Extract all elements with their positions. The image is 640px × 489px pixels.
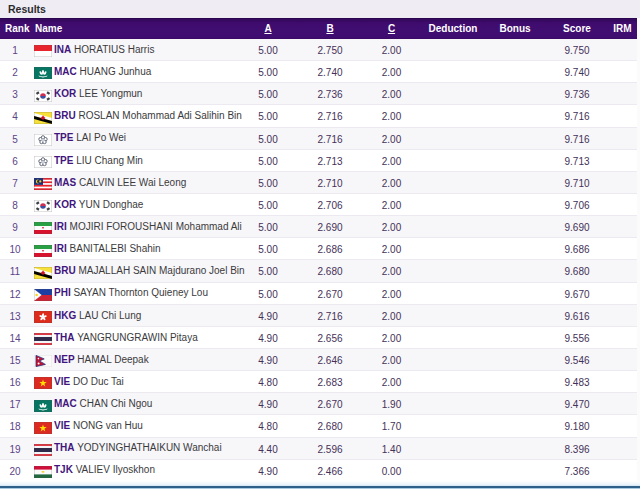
- c-score: 2.00: [361, 61, 422, 83]
- rank-number: 6: [0, 149, 30, 171]
- deduction-value: [422, 393, 484, 415]
- flag-tpe-icon: [34, 134, 52, 146]
- rank-number: 13: [0, 304, 30, 326]
- noc-code: THA: [54, 442, 75, 453]
- athlete-name: LIU Chang Min: [73, 155, 142, 166]
- irm-value: [608, 83, 637, 105]
- rank-number: 19: [0, 437, 30, 459]
- result-row-rank-2: 2MAC HUANG Junhua5.002.7402.009.740: [0, 61, 637, 83]
- irm-value: [608, 415, 637, 437]
- irm-value: [608, 238, 637, 260]
- column-header-deduction: Deduction: [422, 19, 484, 39]
- c-score: 2.00: [361, 193, 422, 215]
- b-score: 2.646: [299, 348, 361, 370]
- deduction-value: [422, 348, 484, 370]
- a-score: 5.00: [237, 39, 299, 61]
- a-score: 4.40: [237, 437, 299, 459]
- rank-number: 3: [0, 83, 30, 105]
- flag-vie-icon: [34, 422, 52, 434]
- result-row-rank-10: 10IRI BANITALEBI Shahin5.002.6862.009.68…: [0, 238, 637, 260]
- deduction-value: [422, 326, 484, 348]
- total-score: 9.690: [546, 216, 608, 238]
- rank-number: 4: [0, 105, 30, 127]
- flag-mac-icon: [34, 400, 52, 412]
- noc-code: IRI: [54, 221, 67, 232]
- a-score: 5.00: [237, 127, 299, 149]
- irm-value: [608, 216, 637, 238]
- athlete-cell: INA HORATIUS Harris: [30, 39, 237, 61]
- athlete-cell: BRU MAJALLAH SAIN Majdurano Joel Bin: [30, 260, 237, 282]
- result-row-rank-8: 8KOR YUN Donghae5.002.7062.009.706: [0, 193, 637, 215]
- bonus-value: [484, 260, 546, 282]
- result-row-rank-17: 17MAC CHAN Chi Ngou4.902.6701.909.470: [0, 393, 637, 415]
- c-score: 1.40: [361, 437, 422, 459]
- athlete-name: VALIEV Ilyoskhon: [73, 464, 155, 475]
- flag-hkg-icon: [34, 311, 52, 323]
- result-row-rank-14: 14THA YANGRUNGRAWIN Pitaya4.902.6562.009…: [0, 326, 637, 348]
- bonus-value: [484, 459, 546, 481]
- b-score: 2.680: [299, 415, 361, 437]
- flag-bru-icon: [34, 112, 52, 124]
- total-score: 9.616: [546, 304, 608, 326]
- total-score: 9.546: [546, 348, 608, 370]
- flag-iri-icon: [34, 245, 52, 257]
- column-header-b[interactable]: B: [299, 19, 361, 39]
- athlete-cell: THA YODYINGHATHAIKUN Wanchai: [30, 437, 237, 459]
- total-score: 9.716: [546, 127, 608, 149]
- b-score: 2.750: [299, 39, 361, 61]
- bottom-edge-bar: [0, 481, 640, 489]
- bonus-value: [484, 149, 546, 171]
- c-score: 2.00: [361, 127, 422, 149]
- total-score: 9.680: [546, 260, 608, 282]
- athlete-name: NONG van Huu: [70, 420, 143, 431]
- total-score: 9.706: [546, 193, 608, 215]
- a-score: 5.00: [237, 61, 299, 83]
- result-row-rank-5: 5TPE LAI Po Wei5.002.7162.009.716: [0, 127, 637, 149]
- deduction-value: [422, 216, 484, 238]
- athlete-cell: HKG LAU Chi Lung: [30, 304, 237, 326]
- bonus-value: [484, 238, 546, 260]
- noc-code: IRI: [54, 243, 67, 254]
- athlete-cell: KOR LEE Yongmun: [30, 83, 237, 105]
- column-header-score: Score: [546, 19, 608, 39]
- b-score: 2.656: [299, 326, 361, 348]
- total-score: 7.366: [546, 459, 608, 481]
- column-header-c[interactable]: C: [361, 19, 422, 39]
- athlete-name: DO Duc Tai: [70, 376, 124, 387]
- flag-tpe-icon: [34, 156, 52, 168]
- bonus-value: [484, 83, 546, 105]
- athlete-name: MOJIRI FOROUSHANI Mohammad Ali: [67, 221, 242, 232]
- noc-code: HKG: [54, 310, 76, 321]
- flag-tha-icon: [34, 333, 52, 345]
- result-row-rank-13: 13HKG LAU Chi Lung4.902.7162.009.616: [0, 304, 637, 326]
- irm-value: [608, 171, 637, 193]
- b-score: 2.670: [299, 393, 361, 415]
- athlete-name: BANITALEBI Shahin: [67, 243, 161, 254]
- total-score: 9.556: [546, 326, 608, 348]
- c-score: 1.90: [361, 393, 422, 415]
- result-row-rank-12: 12PHI SAYAN Thornton Quieney Lou5.002.67…: [0, 282, 637, 304]
- irm-value: [608, 326, 637, 348]
- athlete-name: CALVIN LEE Wai Leong: [76, 177, 186, 188]
- column-header-a[interactable]: A: [237, 19, 299, 39]
- deduction-value: [422, 304, 484, 326]
- athlete-cell: BRU ROSLAN Mohammad Adi Salihin Bin: [30, 105, 237, 127]
- flag-tha-icon: [34, 444, 52, 456]
- bonus-value: [484, 105, 546, 127]
- athlete-cell: KOR YUN Donghae: [30, 193, 237, 215]
- noc-code: VIE: [54, 376, 70, 387]
- a-score: 5.00: [237, 282, 299, 304]
- a-score: 4.90: [237, 304, 299, 326]
- a-score: 5.00: [237, 105, 299, 127]
- rank-number: 8: [0, 193, 30, 215]
- page-title: Results: [8, 3, 46, 15]
- bonus-value: [484, 171, 546, 193]
- a-score: 5.00: [237, 83, 299, 105]
- flag-tjk-icon: [34, 466, 52, 478]
- athlete-name: HAMAL Deepak: [75, 354, 149, 365]
- athlete-name: YUN Donghae: [76, 199, 143, 210]
- b-score: 2.716: [299, 105, 361, 127]
- athlete-name: SAYAN Thornton Quieney Lou: [71, 287, 208, 298]
- deduction-value: [422, 415, 484, 437]
- deduction-value: [422, 371, 484, 393]
